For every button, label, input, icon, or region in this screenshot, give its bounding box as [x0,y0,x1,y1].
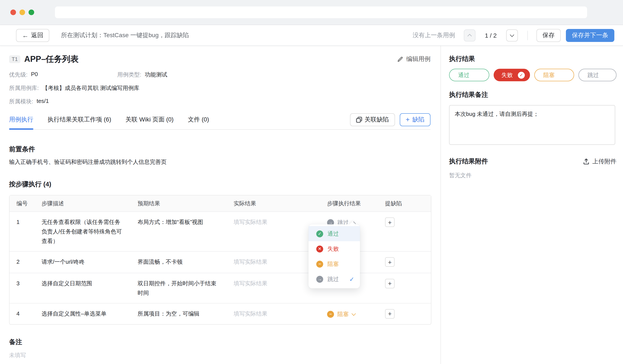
raise-defect-button[interactable]: + [385,218,395,227]
upload-icon [583,158,589,165]
new-defect-button[interactable]: + 缺陷 [400,113,430,126]
save-button[interactable]: 保存 [536,29,561,42]
dropdown-option-fail[interactable]: ✕ 失败 [309,241,360,256]
check-icon: ✓ [518,72,525,79]
result-pill-label: 通过 [458,71,469,79]
step-result-select[interactable]: − 阻塞 [327,309,355,319]
result-pill-label: 阻塞 [543,71,555,79]
attachment-heading: 执行结果附件 [449,157,488,165]
col-description: 步骤描述 [35,195,131,211]
step-actual-input[interactable]: 填写实际结果 [227,251,320,273]
toolbar-divider [527,30,528,40]
no-previous-hint: 没有上一条用例 [413,31,455,39]
notes-empty-text: 未填写 [9,351,430,359]
tab-linked-work-items[interactable]: 执行结果关联工作项 (6) [47,110,111,129]
save-and-next-button[interactable]: 保存并下一条 [566,29,614,42]
step-description: 无任务查看权限（该任务需任务负责人/任务创建者等特殊角色可查看） [35,211,131,251]
edit-case-link[interactable]: 编辑用例 [397,55,430,63]
notes-heading: 备注 [9,338,430,346]
skip-icon: → [316,276,323,283]
dropdown-option-label: 通过 [328,230,339,238]
pass-icon: ✓ [316,230,323,237]
browser-chrome [0,0,623,25]
col-number: 编号 [9,195,35,211]
result-pill-block[interactable]: 阻塞 [534,69,574,81]
step-description: 选择自定义日期范围 [35,273,131,303]
toolbar: ← 返回 所在测试计划：TestCase 一键提bug，跟踪缺陷 没有上一条用例… [0,25,623,46]
upload-attachment-link[interactable]: 上传附件 [583,158,617,165]
edit-case-label: 编辑用例 [406,55,430,63]
case-title: APP–任务列表 [24,54,79,65]
tabs: 用例执行 执行结果关联工作项 (6) 关联 Wiki 页面 (0) 文件 (0)… [9,110,430,130]
execution-result-heading: 执行结果 [449,55,617,63]
save-next-label: 保存并下一条 [572,31,608,39]
maximize-window-icon[interactable] [29,10,34,15]
remark-textarea[interactable]: 本次bug 未通过，请自测后再提； [449,105,615,145]
step-description: 请求/一个url/咚咚 [35,251,131,273]
content: T1 APP–任务列表 编辑用例 优先级: P0 用例类型: 功能测试 [0,46,623,364]
step-row-1: 1 无任务查看权限（该任务需任务负责人/任务创建者等特殊角色可查看） 布局方式：… [9,211,431,251]
plus-icon: + [388,310,392,317]
back-button[interactable]: ← 返回 [16,29,49,42]
link-defect-icon [356,117,362,122]
precondition-text: 输入正确手机号、验证码和密码注册成功跳转到个人信息完善页 [9,158,430,166]
raise-defect-button[interactable]: + [385,257,395,267]
minimize-window-icon[interactable] [20,10,25,15]
tab-case-execution[interactable]: 用例执行 [9,110,33,129]
previous-case-button[interactable] [464,29,475,41]
no-files-text: 暂无文件 [449,172,617,179]
steps-heading: 按步骤执行 (4) [9,180,430,188]
dropdown-option-label: 失败 [328,245,339,253]
side-pane: 执行结果 通过 失败 ✓ 阻塞 跳过 执行结果备注 本次bug 未通过，请自测后… [441,46,623,364]
result-pill-fail[interactable]: 失败 ✓ [494,69,530,81]
step-expected: 界面流畅，不卡顿 [131,251,227,273]
case-type-label: 用例类型: [117,71,141,79]
step-expected: 所属项目：为空，可编辑 [131,303,227,324]
plus-icon: + [388,280,392,287]
case-type-value: 功能测试 [145,71,167,79]
plus-icon: + [388,259,392,265]
raise-defect-button[interactable]: + [385,309,395,318]
dropdown-option-block[interactable]: − 阻塞 [309,256,360,271]
test-plan-label: 所在测试计划：TestCase 一键提bug，跟踪缺陷 [61,31,189,39]
block-icon: − [316,261,323,267]
step-actual-input[interactable]: 填写实际结果 [227,211,320,251]
tab-files[interactable]: 文件 (0) [188,110,209,129]
step-row-3: 3 选择自定义日期范围 双日期控件，开始时间小于结束时间 填写实际结果 + [9,273,431,303]
case-pager: 1 / 2 [485,32,497,39]
step-number: 3 [9,273,35,303]
result-pill-label: 跳过 [587,71,599,79]
back-arrow-icon: ← [22,32,29,39]
col-raise-defect: 提缺陷 [378,195,431,211]
dropdown-option-label: 跳过 [328,275,339,283]
step-number: 4 [9,303,35,324]
tab-linked-wiki-pages[interactable]: 关联 Wiki 页面 (0) [126,110,174,129]
plus-icon: + [406,116,410,123]
close-window-icon[interactable] [10,10,16,15]
result-pill-pass[interactable]: 通过 [449,69,489,81]
raise-defect-button[interactable]: + [385,279,395,288]
pencil-icon [397,56,403,62]
step-actual-input[interactable]: 填写实际结果 [227,273,320,303]
back-label: 返回 [31,31,43,39]
upload-attachment-label: 上传附件 [592,158,617,165]
next-case-button[interactable] [506,29,518,41]
remark-heading: 执行结果备注 [449,91,617,99]
col-step-result: 步骤执行结果 [320,195,378,211]
app-window: ← 返回 所在测试计划：TestCase 一键提bug，跟踪缺陷 没有上一条用例… [0,0,623,364]
module-label: 所属模块: [9,98,33,105]
dropdown-option-skip[interactable]: → 跳过 ✓ [309,271,360,287]
step-expected: 布局方式：增加“看板”视图 [131,211,227,251]
result-pill-skip[interactable]: 跳过 [578,69,617,81]
link-defect-label: 关联缺陷 [364,116,389,123]
chevron-up-icon [467,34,472,38]
dropdown-option-label: 阻塞 [328,260,339,268]
dropdown-option-pass[interactable]: ✓ 通过 [309,226,360,241]
steps-table: 编号 步骤描述 预期结果 实际结果 步骤执行结果 提缺陷 1 无任务查看权限（该… [9,195,431,325]
step-actual-input[interactable]: 填写实际结果 [227,303,320,324]
steps-table-header: 编号 步骤描述 预期结果 实际结果 步骤执行结果 提缺陷 [9,195,431,211]
address-bar[interactable] [55,6,587,18]
module-value: tes/1 [37,98,49,105]
case-meta: 优先级: P0 用例类型: 功能测试 所属用例库: 【考核】成员各司其职 测试编… [9,71,430,105]
link-defect-button[interactable]: 关联缺陷 [350,113,395,126]
